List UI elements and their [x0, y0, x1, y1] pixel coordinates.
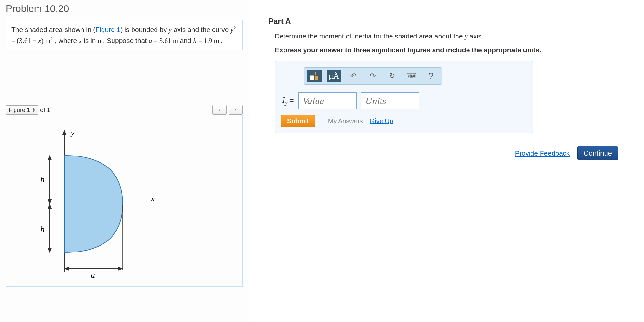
statement-text: , where: [53, 37, 79, 44]
var-y: y: [169, 26, 172, 34]
problem-title: Problem 10.20: [6, 3, 243, 14]
undo-button[interactable]: ↶: [346, 70, 361, 82]
figure-prev-button[interactable]: ‹: [212, 105, 227, 115]
symbols-button[interactable]: μÅ: [327, 70, 341, 82]
statement-text: . Suppose that: [103, 37, 149, 44]
divider: [262, 10, 631, 10]
fig-label-a: a: [91, 270, 95, 280]
fig-label-y: y: [70, 128, 75, 137]
svg-rect-13: [310, 76, 314, 80]
question-var: y: [465, 32, 467, 40]
figure-next-button[interactable]: ›: [229, 105, 243, 115]
svg-marker-1: [62, 130, 66, 135]
problem-statement: The shaded area shown in (Figure 1) is b…: [6, 20, 243, 50]
figure-nav-bar: Figure 1 ▲▼ of 1 ‹ ›: [6, 105, 243, 115]
left-panel: Problem 10.20 The shaded area shown in (…: [0, 0, 249, 322]
var-x: x: [79, 37, 82, 45]
templates-icon: [310, 72, 319, 80]
help-icon: ?: [428, 71, 434, 81]
answer-card: μÅ ↶ ↷ ↻ ⌨ ? Iy = Submit My Answers: [275, 61, 533, 133]
svg-marker-8: [48, 248, 52, 253]
continue-button[interactable]: Continue: [577, 146, 618, 160]
statement-text: is in: [82, 37, 98, 44]
value-input[interactable]: [298, 92, 357, 109]
figure-selector[interactable]: Figure 1 ▲▼: [6, 105, 38, 115]
submit-button[interactable]: Submit: [281, 115, 315, 127]
figure-of-text: of 1: [40, 106, 50, 113]
fig-label-h1: h: [40, 175, 45, 184]
h-val: = 1.9 m .: [197, 37, 223, 45]
var-a: a: [149, 37, 152, 45]
eq-eq: = (3.61 −: [11, 37, 38, 45]
var-h: h: [193, 37, 197, 45]
figure-svg: y x h h a: [19, 120, 168, 282]
redo-icon: ↷: [370, 72, 376, 80]
instruction-text: Express your answer to three significant…: [275, 46, 631, 54]
fig-label-x: x: [151, 194, 155, 203]
keyboard-button[interactable]: ⌨: [404, 70, 419, 82]
submit-row: Submit My Answers Give Up: [281, 115, 527, 127]
eq-rhs: ) m: [41, 37, 51, 45]
reset-icon: ↻: [389, 72, 395, 80]
chevron-right-icon: ›: [235, 107, 236, 113]
chevron-left-icon: ‹: [219, 107, 220, 113]
answer-label-I: I: [282, 95, 285, 105]
question-text: Determine the moment of inertia for the …: [275, 32, 631, 40]
eq-lhs: y: [231, 26, 233, 34]
answer-row: Iy =: [281, 92, 527, 109]
figure-link[interactable]: Figure 1: [95, 26, 120, 33]
provide-feedback-link[interactable]: Provide Feedback: [515, 149, 570, 157]
eq-exp: 2: [234, 25, 236, 30]
keyboard-icon: ⌨: [406, 72, 417, 80]
answer-label-sub: y: [285, 100, 288, 106]
figure-frame: y x h h a: [6, 115, 243, 287]
unit-m: m: [98, 37, 103, 45]
input-toolbar: μÅ ↶ ↷ ↻ ⌨ ?: [304, 67, 442, 85]
my-answers-link[interactable]: My Answers: [328, 117, 363, 124]
svg-rect-14: [315, 72, 318, 75]
right-panel: Part A Determine the moment of inertia f…: [249, 0, 644, 322]
question-post: axis.: [468, 32, 484, 40]
help-button[interactable]: ?: [424, 70, 438, 82]
eq-x: x: [38, 37, 41, 45]
statement-text: ) is bounded by: [120, 26, 168, 33]
undo-icon: ↶: [350, 72, 356, 80]
statement-text: and: [180, 37, 193, 44]
reset-button[interactable]: ↻: [385, 70, 400, 82]
a-val: = 3.61 m: [152, 37, 180, 45]
units-input[interactable]: [361, 92, 419, 109]
statement-text: axis and the curve: [172, 26, 231, 33]
svg-marker-4: [48, 155, 52, 160]
give-up-link[interactable]: Give Up: [370, 117, 393, 124]
statement-text: The shaded area shown in (: [11, 26, 95, 33]
templates-button[interactable]: [307, 70, 322, 82]
answer-label: Iy =: [281, 95, 294, 106]
svg-rect-15: [315, 76, 318, 80]
answer-equals: =: [288, 96, 294, 104]
stepper-icon: ▲▼: [32, 107, 35, 113]
figure-current: Figure 1: [9, 107, 30, 113]
question-pre: Determine the moment of inertia for the …: [275, 32, 465, 40]
fig-label-h2: h: [40, 224, 45, 234]
footer-row: Provide Feedback Continue: [262, 146, 618, 160]
part-title: Part A: [268, 17, 631, 26]
redo-button[interactable]: ↷: [365, 70, 380, 82]
